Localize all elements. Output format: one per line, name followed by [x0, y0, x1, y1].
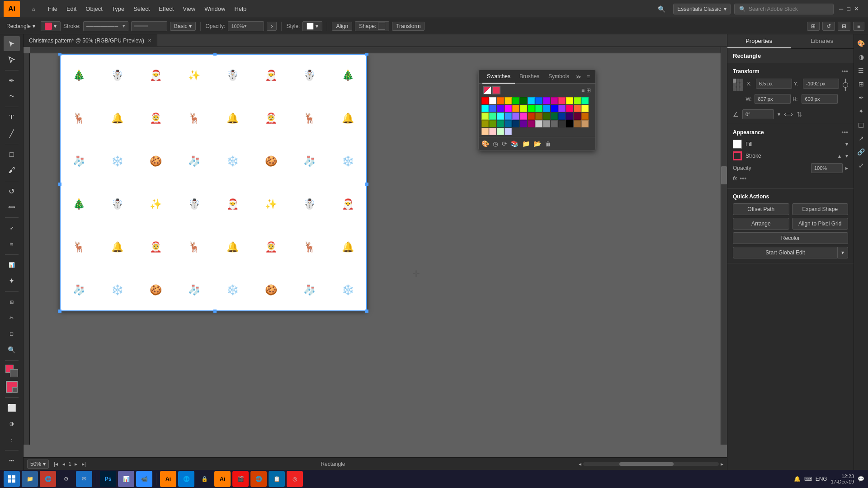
swatch-color[interactable]	[566, 97, 573, 104]
first-page-btn[interactable]: |◂	[52, 461, 59, 467]
reflect-tool[interactable]: ⟺	[4, 200, 20, 215]
fill-none-btn[interactable]: ⬜	[4, 400, 20, 415]
flip-v-icon[interactable]: ⇅	[797, 111, 802, 118]
expand-icon[interactable]: ⤢	[855, 159, 868, 172]
links-icon[interactable]: 🔗	[855, 145, 868, 158]
teams-btn[interactable]: 📊	[118, 471, 134, 487]
horizontal-scrollbar[interactable]	[583, 462, 719, 466]
line-tool[interactable]: ╱	[4, 126, 20, 141]
swatch-color[interactable]	[551, 97, 558, 104]
gradient-icon[interactable]: ◑	[855, 51, 868, 63]
trello-btn[interactable]: 📋	[269, 471, 285, 487]
swatch-color[interactable]	[574, 105, 581, 112]
swatch-list-view[interactable]: ≡	[581, 87, 585, 94]
swatch-color[interactable]	[543, 113, 550, 120]
swatch-color[interactable]	[520, 113, 527, 120]
opacity-input[interactable]: 100% ▾	[228, 21, 264, 31]
view-grid-btn[interactable]: ⊞	[807, 22, 820, 31]
arrange-btn[interactable]: Arrange	[733, 218, 789, 230]
next-page-btn[interactable]: ▸	[73, 461, 79, 467]
swatch-color[interactable]	[566, 120, 573, 127]
export-icon[interactable]: ↗	[855, 132, 868, 145]
swatch-color[interactable]	[535, 120, 542, 127]
offset-path-btn[interactable]: Offset Path	[733, 203, 789, 215]
settings-btn[interactable]: ⚙	[58, 471, 74, 487]
swatch-color[interactable]	[558, 97, 566, 104]
canvas-scroll[interactable]: 🎄 ☃️ 🎅 ✨ ☃️ 🎅 ☃️ 🎄 🦌 🔔 🤶 🦌 🔔 🤶 🦌	[24, 47, 727, 457]
handle-br[interactable]	[365, 310, 368, 313]
minimize-icon[interactable]: ─	[839, 5, 843, 12]
color-icon[interactable]: 🎨	[855, 37, 868, 50]
scroll-right-btn[interactable]: ▸	[721, 461, 723, 467]
fill-swatch[interactable]	[733, 140, 742, 149]
swatch-color[interactable]	[581, 113, 589, 120]
swatch-color[interactable]	[543, 97, 550, 104]
home-button[interactable]: ⌂	[25, 1, 42, 17]
menu-file[interactable]: File	[43, 0, 62, 18]
paintbrush-tool[interactable]: 🖌	[4, 163, 20, 178]
swatch-color[interactable]	[528, 105, 535, 112]
swatch-color[interactable]	[512, 120, 519, 127]
swatch-show-color-btn[interactable]: ⟳	[501, 139, 508, 148]
swatch-color[interactable]	[566, 113, 573, 120]
shape-btn[interactable]: Shape:	[355, 21, 389, 31]
global-edit-arrow-btn[interactable]: ▾	[838, 247, 848, 258]
swatch-color[interactable]	[505, 113, 512, 120]
menu-help[interactable]: Help	[230, 0, 251, 18]
align-btn[interactable]: Align	[332, 22, 352, 31]
notify-icon[interactable]: 🔔	[794, 476, 801, 482]
swatch-color[interactable]	[489, 113, 496, 120]
swatch-color[interactable]	[505, 97, 512, 104]
stroke-chevron[interactable]: ▾	[845, 153, 848, 159]
handle-mr[interactable]	[365, 183, 368, 186]
rectangle-tool[interactable]: □	[4, 147, 20, 162]
swatch-color[interactable]	[535, 113, 542, 120]
swatch-color-groups-btn[interactable]: 🎨	[481, 139, 490, 148]
swatch-panel[interactable]	[4, 379, 20, 394]
menu-type[interactable]: Type	[107, 0, 129, 18]
swatch-color[interactable]	[574, 97, 581, 104]
swatch-color[interactable]	[489, 105, 496, 112]
zoom-selector[interactable]: 50% ▾	[27, 460, 49, 469]
handle-bl[interactable]	[58, 310, 61, 313]
illustrator-2-btn[interactable]: Ai	[214, 471, 231, 487]
direct-selection-tool[interactable]	[4, 52, 20, 67]
warp-tool[interactable]: ≋	[4, 237, 20, 252]
swatch-color[interactable]	[520, 97, 527, 104]
stroke-swatch[interactable]	[733, 151, 742, 160]
flip-h-icon[interactable]: ⟺	[784, 111, 793, 118]
swatch-color[interactable]	[481, 128, 489, 135]
swatch-color[interactable]	[481, 113, 489, 120]
more-tools-btn[interactable]: •••	[4, 453, 20, 468]
swatch-color[interactable]	[543, 105, 550, 112]
swatch-color[interactable]	[497, 128, 504, 135]
notification-badge[interactable]: 💬	[858, 476, 864, 482]
swatch-color[interactable]	[581, 120, 589, 127]
swatch-color[interactable]	[528, 113, 535, 120]
style-btn[interactable]: ▾	[302, 21, 322, 31]
scale-tool[interactable]: ⤢	[4, 221, 20, 235]
swatch-color[interactable]	[505, 120, 512, 127]
swatch-color[interactable]	[512, 105, 519, 112]
document-tab[interactable]: Christmas pattern* @ 50% (RGB/GPU Previe…	[24, 34, 157, 47]
close-icon[interactable]: ✕	[854, 5, 859, 12]
windows-start-btn[interactable]	[4, 471, 20, 487]
vpn-btn[interactable]: 🔒	[196, 471, 212, 487]
brushes-tab[interactable]: Brushes	[515, 70, 544, 84]
opacity-value-input[interactable]: 100%	[811, 163, 843, 173]
mail-btn[interactable]: ✉	[76, 471, 92, 487]
browser-btn-2[interactable]: 🌐	[250, 471, 267, 487]
artboards-icon[interactable]: ⊞	[855, 78, 868, 90]
pattern-btn[interactable]: ⋮	[4, 432, 20, 447]
dev-btn[interactable]: ◎	[287, 471, 303, 487]
search-stock[interactable]: 🔍 Search Adobe Stock	[734, 4, 834, 14]
fill-expand-btn[interactable]: ▾	[845, 141, 848, 147]
w-input[interactable]: 807 px	[755, 94, 791, 104]
angle-chevron[interactable]: ▾	[778, 111, 780, 117]
artboard-tool[interactable]: ⊞	[4, 294, 20, 309]
swatch-show-all-btn[interactable]: ◷	[492, 139, 499, 148]
swatch-color[interactable]	[497, 97, 504, 104]
swatch-color[interactable]	[574, 113, 581, 120]
swatches-menu-btn[interactable]: ≫	[574, 73, 583, 81]
opacity-r-icon[interactable]: ◫	[855, 118, 868, 131]
